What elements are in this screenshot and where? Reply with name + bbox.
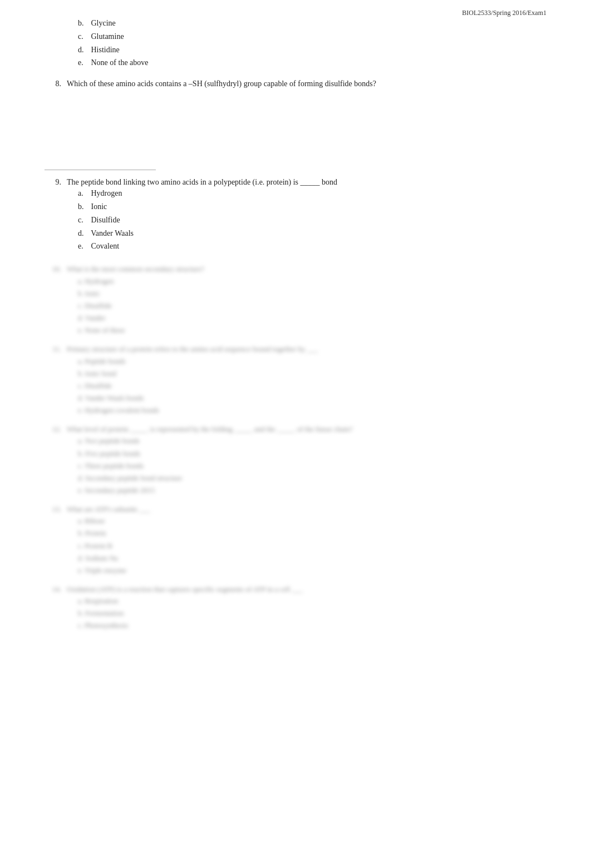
question-9-row: 9. The peptide bond linking two amino ac…: [45, 178, 546, 187]
answer-text: Covalent: [91, 242, 120, 250]
answer-letter: b.: [78, 17, 89, 30]
answer-text: Vander Waals: [91, 229, 134, 237]
answer-text: None of the above: [91, 58, 149, 67]
partial-answer-list: b. Glycine c. Glutamine d. Histidine e. …: [45, 17, 546, 70]
blurred-q10-text: 10. What is the most common secondary st…: [45, 263, 546, 275]
blank-answer-area: [45, 98, 546, 165]
answer-text: Disulfide: [91, 216, 120, 224]
question-9-answers: a. Hydrogen b. Ionic c. Disulfide d. Van…: [45, 187, 546, 253]
answer-text: Glutamine: [91, 32, 124, 41]
question-9-text: The peptide bond linking two amino acids…: [67, 178, 546, 187]
answer-letter: c.: [78, 214, 89, 227]
blurred-q14-text: 14. Oxidation (ATP) is a reaction that c…: [45, 583, 546, 595]
question-9-block: 9. The peptide bond linking two amino ac…: [45, 178, 546, 253]
blurred-section-q11: 11. Primary structure of a protein refer…: [45, 343, 546, 416]
answer-text: Hydrogen: [91, 189, 122, 197]
list-item: a. Hydrogen: [78, 187, 546, 200]
blurred-q12-answers: a. Two peptide bonds b. Five peptide bon…: [45, 435, 546, 496]
question-8-text: Which of these amino acids contains a –S…: [67, 80, 546, 88]
list-item: b. Glycine: [78, 17, 546, 30]
list-item: e. None of the above: [78, 56, 546, 70]
list-item: d. Vander Waals: [78, 227, 546, 240]
blurred-q11-text: 11. Primary structure of a protein refer…: [45, 343, 546, 355]
question-8-number: 8.: [45, 80, 67, 88]
answer-letter: e.: [78, 240, 89, 253]
blurred-section-q14: 14. Oxidation (ATP) is a reaction that c…: [45, 583, 546, 632]
blurred-q13-answers: a. Ribose b. Protein c. Protein B d. Sod…: [45, 515, 546, 576]
list-item: b. Ionic: [78, 200, 546, 214]
blurred-section-q10: 10. What is the most common secondary st…: [45, 263, 546, 336]
question-9-number: 9.: [45, 178, 67, 187]
answer-letter: d.: [78, 43, 89, 57]
blurred-q10-answers: a. Hydrogen b. Ionic c. Disulfide d. Van…: [45, 275, 546, 336]
answer-text: Ionic: [91, 202, 107, 211]
section-divider: [45, 170, 156, 170]
question-8-block: 8. Which of these amino acids contains a…: [45, 80, 546, 88]
blurred-q14-answers: a. Respiration b. Fermentation c. Photos…: [45, 595, 546, 632]
blurred-q11-answers: a. Peptide bonds b. Ionic bond c. Disulf…: [45, 355, 546, 416]
blurred-q13-text: 13. What are ATP's subunits ___: [45, 503, 546, 515]
answer-letter: a.: [78, 187, 89, 200]
answer-text: Histidine: [91, 46, 120, 54]
page-header: BIOL2533/Spring 2016/Exam1: [462, 9, 546, 17]
list-item: c. Disulfide: [78, 214, 546, 227]
blurred-section-q12: 12. What level of protein _____ is repre…: [45, 423, 546, 497]
answer-letter: b.: [78, 200, 89, 214]
list-item: d. Histidine: [78, 43, 546, 57]
blurred-section-q13: 13. What are ATP's subunits ___ a. Ribos…: [45, 503, 546, 577]
answer-letter: e.: [78, 56, 89, 70]
answer-letter: c.: [78, 30, 89, 43]
question-8-row: 8. Which of these amino acids contains a…: [45, 80, 546, 88]
list-item: e. Covalent: [78, 240, 546, 253]
answer-text: Glycine: [91, 19, 116, 27]
answer-letter: d.: [78, 227, 89, 240]
blurred-q12-text: 12. What level of protein _____ is repre…: [45, 423, 546, 435]
page: BIOL2533/Spring 2016/Exam1 b. Glycine c.…: [0, 0, 591, 868]
list-item: c. Glutamine: [78, 30, 546, 43]
